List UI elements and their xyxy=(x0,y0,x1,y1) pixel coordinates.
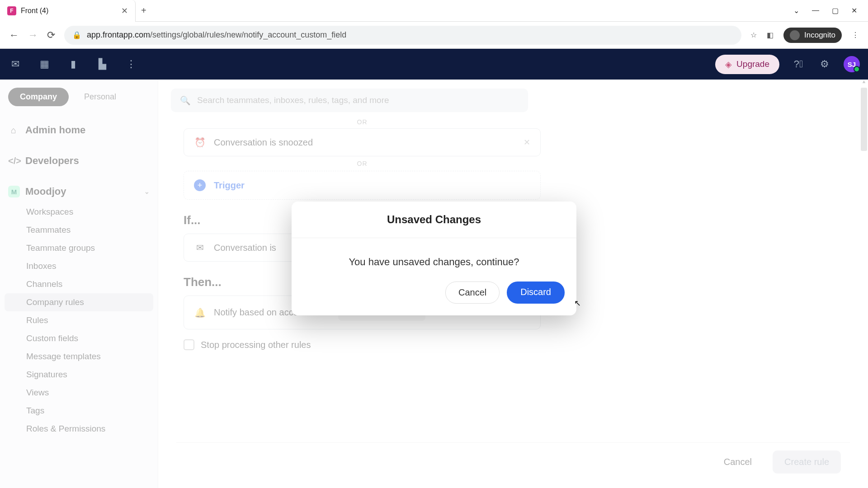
window-controls: ⌄ ― ▢ ✕ xyxy=(793,6,868,15)
close-tab-icon[interactable]: ✕ xyxy=(121,6,128,16)
gem-icon: ◈ xyxy=(725,59,732,70)
settings-icon[interactable]: ⚙ xyxy=(817,58,832,70)
browser-address-bar: ← → ⟳ 🔒 app.frontapp.com/settings/global… xyxy=(0,22,868,49)
more-icon[interactable]: ⋮ xyxy=(124,58,138,70)
analytics-icon[interactable]: ▙ xyxy=(95,58,109,70)
app-header: ✉ ▦ ▮ ▙ ⋮ ◈ Upgrade ?⃝ ⚙ SJ xyxy=(0,49,868,80)
kebab-menu-icon[interactable]: ⋮ xyxy=(852,31,859,39)
reload-icon[interactable]: ⟳ xyxy=(47,29,55,41)
bookmark-icon[interactable]: ☆ xyxy=(750,31,757,39)
incognito-icon xyxy=(790,30,800,40)
upgrade-button[interactable]: ◈ Upgrade xyxy=(715,55,779,74)
lock-icon: 🔒 xyxy=(72,31,81,39)
maximize-icon[interactable]: ▢ xyxy=(832,6,839,15)
forward-icon[interactable]: → xyxy=(28,29,38,41)
dialog-title: Unsaved Changes xyxy=(292,202,576,238)
inbox-icon[interactable]: ✉ xyxy=(8,58,23,70)
url-text: app.frontapp.com/settings/global/rules/n… xyxy=(87,30,346,40)
contacts-icon[interactable]: ▮ xyxy=(66,58,80,70)
cursor: ↖ xyxy=(574,298,581,308)
back-icon[interactable]: ← xyxy=(9,29,19,41)
dialog-discard-button[interactable]: Discard xyxy=(507,282,565,304)
close-window-icon[interactable]: ✕ xyxy=(851,6,857,15)
tabs-dropdown-icon[interactable]: ⌄ xyxy=(793,6,799,15)
avatar[interactable]: SJ xyxy=(844,56,860,72)
new-tab-button[interactable]: + xyxy=(141,5,146,16)
calendar-icon[interactable]: ▦ xyxy=(37,58,52,70)
minimize-icon[interactable]: ― xyxy=(812,6,819,15)
incognito-badge: Incognito xyxy=(783,28,842,43)
browser-tab[interactable]: F Front (4) ✕ xyxy=(0,0,136,22)
favicon: F xyxy=(7,6,16,15)
unsaved-changes-dialog: Unsaved Changes You have unsaved changes… xyxy=(292,202,576,315)
url-field[interactable]: 🔒 app.frontapp.com/settings/global/rules… xyxy=(64,26,741,45)
help-icon[interactable]: ?⃝ xyxy=(791,58,806,70)
tab-title: Front (4) xyxy=(21,7,117,15)
dialog-cancel-button[interactable]: Cancel xyxy=(445,282,500,304)
browser-titlebar: F Front (4) ✕ + ⌄ ― ▢ ✕ xyxy=(0,0,868,22)
extensions-icon[interactable]: ◧ xyxy=(767,31,774,39)
dialog-body: You have unsaved changes, continue? xyxy=(292,238,576,282)
